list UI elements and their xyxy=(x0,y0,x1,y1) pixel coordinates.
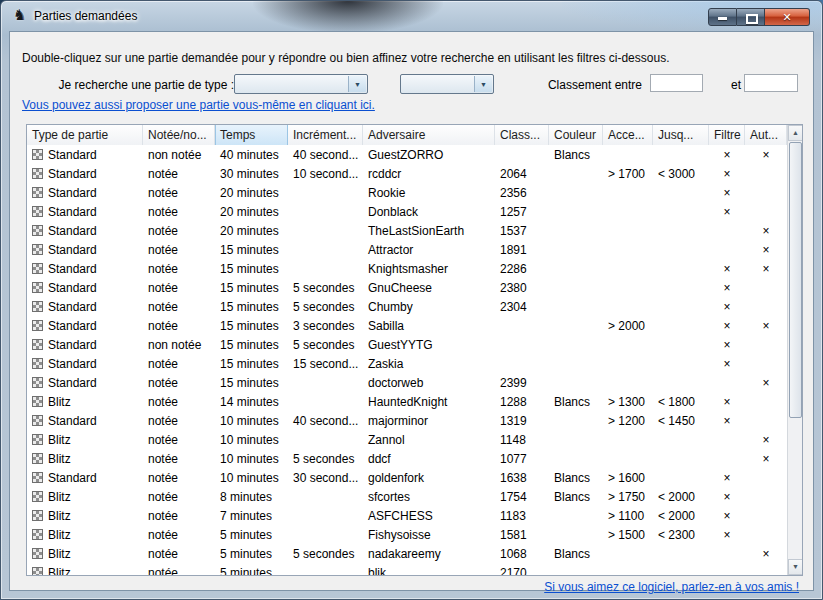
table-row[interactable]: Standardnotée20 minutesTheLastSionEarth1… xyxy=(27,221,787,240)
table-row[interactable]: Standardnotée15 minutesAttractor1891× xyxy=(27,240,787,259)
chessboard-icon xyxy=(32,301,43,312)
table-cell: 10 minutes xyxy=(215,430,288,449)
table-cell xyxy=(709,373,745,392)
table-cell: rcddcr xyxy=(363,164,495,183)
table-cell xyxy=(709,449,745,468)
table-cell: notée xyxy=(143,430,215,449)
table-cell: 2064 xyxy=(495,164,549,183)
chessboard-icon xyxy=(32,225,43,236)
table-row[interactable]: Standardnotée20 minutesRookie2356× xyxy=(27,183,787,202)
table-cell: × xyxy=(709,202,745,221)
column-header[interactable]: Aut... xyxy=(745,125,787,145)
table-cell: × xyxy=(709,259,745,278)
table-cell: doctorweb xyxy=(363,373,495,392)
table-cell: Standard xyxy=(27,164,143,183)
table-row[interactable]: Standardnotée10 minutes40 second...major… xyxy=(27,411,787,430)
table-row[interactable]: Standardnotée15 minutesdoctorweb2399× xyxy=(27,373,787,392)
table-row[interactable]: Standardnotée10 minutes30 second...golde… xyxy=(27,468,787,487)
table-cell: notée xyxy=(143,164,215,183)
table-row[interactable]: Blitznotée10 minutes5 secondesddcf1077× xyxy=(27,449,787,468)
table-cell xyxy=(653,544,709,563)
column-header[interactable]: Couleur xyxy=(549,125,603,145)
scrollbar-thumb[interactable] xyxy=(789,142,802,418)
table-cell xyxy=(653,373,709,392)
table-cell: > 1750 xyxy=(603,487,653,506)
table-cell: Blitz xyxy=(27,506,143,525)
rating-min-input[interactable] xyxy=(650,74,703,92)
table-cell xyxy=(709,430,745,449)
table-row[interactable]: Standardnon notée15 minutes5 secondesGue… xyxy=(27,335,787,354)
column-header[interactable]: Adversaire xyxy=(363,125,495,145)
table-row[interactable]: Standardnotée30 minutes10 second...rcddc… xyxy=(27,164,787,183)
scroll-down-icon[interactable]: ▼ xyxy=(788,559,803,575)
table-cell xyxy=(603,373,653,392)
table-row[interactable]: Standardnotée15 minutes3 secondesSabilla… xyxy=(27,316,787,335)
table-cell xyxy=(549,278,603,297)
column-header[interactable]: Incrément... xyxy=(288,125,363,145)
window-controls: ✕ xyxy=(708,8,810,26)
column-header[interactable]: Temps xyxy=(215,125,288,145)
table-cell: 2356 xyxy=(495,183,549,202)
chessboard-icon xyxy=(32,263,43,274)
table-cell: Standard xyxy=(27,278,143,297)
table-cell: < 1450 xyxy=(653,411,709,430)
table-cell: 2304 xyxy=(495,297,549,316)
maximize-button[interactable] xyxy=(737,8,765,26)
table-cell: < 2300 xyxy=(653,525,709,544)
game-variant-select[interactable]: ▼ xyxy=(400,74,494,94)
column-header[interactable]: Acce... xyxy=(603,125,653,145)
table-cell: Knightsmasher xyxy=(363,259,495,278)
vertical-scrollbar[interactable]: ▲ ▼ xyxy=(787,125,802,575)
propose-game-link[interactable]: Vous pouvez aussi proposer une partie vo… xyxy=(22,98,375,112)
table-row[interactable]: Standardnotée15 minutes15 second...Zaski… xyxy=(27,354,787,373)
table-row[interactable]: Standardnon notée40 minutes40 second...G… xyxy=(27,145,787,164)
table-row[interactable]: Blitznotée10 minutesZannol1148× xyxy=(27,430,787,449)
table-cell: notée xyxy=(143,297,215,316)
title-bar[interactable]: ♞ Parties demandées ✕ xyxy=(1,1,822,31)
table-cell: > 1600 xyxy=(603,468,653,487)
table-row[interactable]: Blitznotée14 minutesHauntedKnight1288Bla… xyxy=(27,392,787,411)
table-row[interactable]: Standardnotée15 minutes5 secondesChumby2… xyxy=(27,297,787,316)
table-cell xyxy=(549,430,603,449)
table-row[interactable]: Blitznotée5 minutes5 secondesnadakareemy… xyxy=(27,544,787,563)
minimize-button[interactable] xyxy=(708,8,737,26)
column-header[interactable]: Class... xyxy=(495,125,549,145)
column-header[interactable]: Jusq... xyxy=(653,125,709,145)
minimize-icon xyxy=(718,17,727,20)
table-cell: 5 secondes xyxy=(288,544,363,563)
chessboard-icon xyxy=(32,491,43,502)
table-cell: 5 secondes xyxy=(288,278,363,297)
table-cell: HauntedKnight xyxy=(363,392,495,411)
table-cell: notée xyxy=(143,183,215,202)
table-row[interactable]: Standardnotée15 minutes5 secondesGnuChee… xyxy=(27,278,787,297)
table-row[interactable]: Blitznotée8 minutessfcortes1754Blancs> 1… xyxy=(27,487,787,506)
table-cell xyxy=(288,183,363,202)
table-cell: Standard xyxy=(27,373,143,392)
table-cell: Standard xyxy=(27,259,143,278)
chessboard-icon xyxy=(32,282,43,293)
table-row[interactable]: Blitznotée7 minutesASFCHESS1183> 1100< 2… xyxy=(27,506,787,525)
rating-max-input[interactable] xyxy=(744,74,798,92)
tell-friends-link[interactable]: Si vous aimez ce logiciel, parlez-en à v… xyxy=(544,580,799,594)
column-header[interactable]: Notée/no... xyxy=(143,125,215,145)
table-cell xyxy=(745,164,787,183)
chessboard-icon xyxy=(32,168,43,179)
chessboard-icon xyxy=(32,567,43,575)
table-row[interactable]: Standardnotée15 minutesKnightsmasher2286… xyxy=(27,259,787,278)
column-header[interactable]: Type de partie xyxy=(27,125,143,145)
table-cell: Blancs xyxy=(549,468,603,487)
table-cell xyxy=(495,335,549,354)
close-button[interactable]: ✕ xyxy=(765,8,810,26)
column-header[interactable]: Filtre xyxy=(709,125,745,145)
table-row[interactable]: Blitznotée5 minutesblik2170 xyxy=(27,563,787,575)
table-cell xyxy=(495,145,549,164)
game-type-select[interactable]: ▼ xyxy=(234,74,368,94)
table-cell: × xyxy=(709,164,745,183)
scroll-up-icon[interactable]: ▲ xyxy=(788,125,803,141)
table-row[interactable]: Standardnotée20 minutesDonblack1257× xyxy=(27,202,787,221)
table-cell xyxy=(653,240,709,259)
table-cell xyxy=(495,354,549,373)
table-cell: 15 minutes xyxy=(215,373,288,392)
table-row[interactable]: Blitznotée5 minutesFishysoisse1581> 1500… xyxy=(27,525,787,544)
game-type-text: Standard xyxy=(48,414,97,428)
